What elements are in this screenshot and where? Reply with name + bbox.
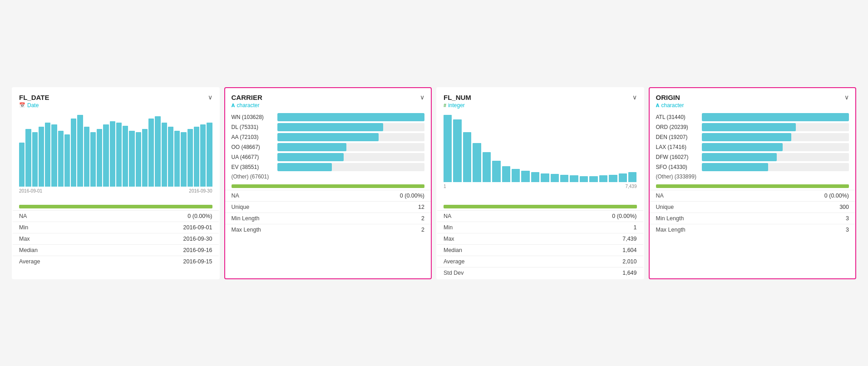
h-bar-fill (277, 143, 347, 151)
stat-label: NA (437, 210, 535, 222)
bar (148, 119, 154, 186)
bar (45, 123, 50, 186)
stat-row: Max2016-09-30 (13, 233, 219, 244)
fl-num-na-bar (444, 205, 637, 208)
origin-card: ORIGIN A character ∨ ATL (31440) ORD (20… (649, 87, 857, 279)
h-bar-row: EV (38551) (232, 163, 425, 171)
stat-row: Std Dev1,649 (437, 267, 643, 278)
stat-value: 0 (0.00%) (535, 210, 643, 222)
fl-date-type: 📅 Date (19, 102, 49, 109)
h-bar-label: WN (103628) (232, 114, 275, 120)
stat-row: Min Length3 (650, 213, 856, 224)
fl-date-chart-area: 2016-09-01 2016-09-30 (13, 111, 219, 202)
stat-label: Min (437, 222, 535, 233)
bar (51, 124, 57, 187)
stat-row: Min Length2 (225, 213, 431, 224)
h-bar-other-label: (Other) (67601) (232, 172, 269, 182)
histogram-bar (453, 119, 461, 182)
histogram-bar (463, 132, 471, 182)
bar (142, 129, 148, 186)
h-bar-wrap (702, 163, 849, 171)
bar (155, 116, 160, 186)
carrier-h-bar-chart: WN (103628) DL (75331) AA (72103) OO (48… (225, 111, 431, 182)
fl-date-card: FL_DATE 📅 Date ∨ 2016-09-01 2016-09-30 N… (12, 87, 220, 279)
stat-row: NA0 (0.00%) (437, 210, 643, 222)
stat-label: Average (13, 256, 105, 267)
stat-label: Min Length (650, 213, 759, 224)
fl-date-chevron[interactable]: ∨ (208, 94, 212, 101)
stat-value: 2016-09-30 (105, 233, 219, 244)
fl-date-na-bar (19, 205, 212, 208)
stat-row: NA0 (0.00%) (13, 210, 219, 222)
fl-num-chevron[interactable]: ∨ (632, 94, 637, 101)
stat-value: 0 (0.00%) (335, 190, 431, 201)
fl-date-x-max: 2016-09-30 (189, 188, 212, 193)
fl-num-title: FL_NUM (444, 94, 471, 101)
origin-chevron[interactable]: ∨ (844, 94, 849, 101)
stat-value: 2016-09-01 (105, 222, 219, 233)
histogram-bar (483, 152, 491, 182)
stat-row: Average2016-09-15 (13, 256, 219, 267)
h-bar-fill (277, 113, 425, 121)
h-bar-wrap (277, 143, 425, 151)
bar (162, 123, 167, 186)
fl-num-type: # integer (444, 102, 471, 109)
carrier-header: CARRIER A character ∨ (225, 88, 431, 111)
origin-stats: NA0 (0.00%)Unique300Min Length3Max Lengt… (650, 190, 856, 235)
stat-label: NA (225, 190, 335, 201)
origin-title: ORIGIN (656, 94, 684, 101)
stat-label: Average (437, 256, 535, 267)
h-bar-fill (702, 143, 783, 151)
fl-date-x-min: 2016-09-01 (19, 188, 42, 193)
h-bar-label: DFW (16027) (656, 154, 699, 160)
stat-value: 2 (335, 213, 431, 224)
stat-label: Unique (225, 201, 335, 213)
fl-num-histogram (444, 115, 637, 183)
h-bar-label: DEN (19207) (656, 134, 699, 140)
h-bar-wrap (277, 153, 425, 161)
stat-row: Median2016-09-16 (13, 244, 219, 256)
bar (207, 123, 212, 186)
bar (103, 124, 108, 187)
histogram-bar (502, 166, 510, 182)
carrier-chevron[interactable]: ∨ (420, 94, 424, 101)
h-bar-wrap (702, 123, 849, 131)
stat-row: Average2,010 (437, 256, 643, 267)
bar (39, 127, 44, 187)
fl-num-chart-labels: 1 7,439 (444, 183, 637, 190)
bar (58, 131, 64, 187)
h-bar-other-label: (Other) (333899) (656, 172, 696, 182)
carrier-stats: NA0 (0.00%)Unique12Min Length2Max Length… (225, 190, 431, 235)
stat-label: Unique (650, 201, 759, 213)
h-bar-row: OO (48667) (232, 143, 425, 151)
histogram-bar (541, 173, 549, 182)
fl-num-x-min: 1 (444, 184, 446, 189)
stat-row: Max Length3 (650, 224, 856, 235)
h-bar-fill (702, 163, 768, 171)
stat-row: NA0 (0.00%) (650, 190, 856, 201)
fl-num-type-icon: # (444, 103, 446, 108)
bar (32, 132, 38, 186)
fl-num-title-block: FL_NUM # integer (444, 94, 471, 109)
date-icon: 📅 (19, 102, 25, 108)
bar (181, 132, 186, 186)
h-bar-row: WN (103628) (232, 113, 425, 121)
stat-row: Max7,439 (437, 233, 643, 244)
h-bar-row: DL (75331) (232, 123, 425, 131)
stat-label: Min Length (225, 213, 335, 224)
stat-value: 2016-09-16 (105, 244, 219, 256)
fl-date-chart-labels: 2016-09-01 2016-09-30 (19, 188, 212, 194)
histogram-bar (599, 175, 607, 182)
fl-num-card: FL_NUM # integer ∨ 1 7,439 NA0 (0.00%)Mi… (436, 87, 644, 279)
h-bar-label: ATL (31440) (656, 114, 699, 120)
stat-value: 7,439 (535, 233, 643, 244)
stat-label: Max Length (650, 224, 759, 235)
fl-num-x-max: 7,439 (625, 184, 636, 189)
h-bar-fill (277, 133, 379, 141)
carrier-type: A character (232, 102, 262, 109)
bar (168, 127, 173, 187)
h-bar-row: AA (72103) (232, 133, 425, 141)
stat-label: NA (13, 210, 105, 222)
h-bar-row: UA (46677) (232, 153, 425, 161)
bar (136, 132, 141, 186)
